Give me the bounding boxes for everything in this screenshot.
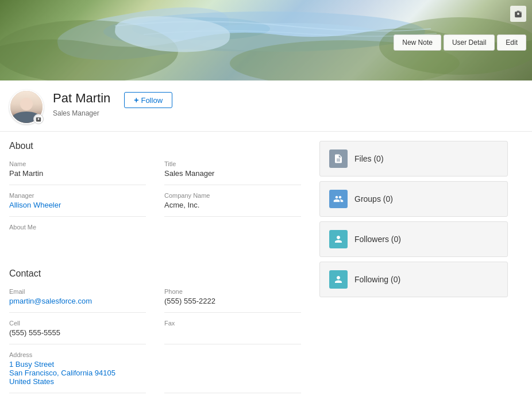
page-wrapper: New Note User Detail Edit Pat Martin + F… bbox=[0, 0, 532, 418]
followers-card[interactable]: Followers (0) bbox=[319, 221, 508, 257]
fax-value bbox=[164, 328, 301, 337]
cell-value: (555) 555-5555 bbox=[9, 328, 146, 337]
following-card[interactable]: Following (0) bbox=[319, 262, 508, 297]
action-bar: New Note User Detail Edit bbox=[394, 34, 526, 51]
groups-svg bbox=[333, 194, 344, 204]
follow-label: Follow bbox=[141, 96, 163, 105]
file-svg bbox=[333, 154, 344, 164]
email-field: Email pmartin@salesforce.com bbox=[9, 288, 146, 313]
about-section-title: About bbox=[9, 141, 301, 151]
followers-label: Followers (0) bbox=[354, 235, 401, 244]
profile-header: Pat Martin + Follow Sales Manager bbox=[0, 80, 532, 132]
email-phone-row: Email pmartin@salesforce.com Phone (555)… bbox=[9, 288, 301, 320]
address-row: Address 1 Busy Street San Francisco, Cal… bbox=[9, 351, 301, 400]
address-field-right bbox=[164, 351, 301, 393]
following-icon bbox=[329, 270, 348, 289]
avatar-camera-button[interactable] bbox=[33, 114, 44, 124]
contact-section-title: Contact bbox=[9, 269, 301, 279]
address-field: Address 1 Busy Street San Francisco, Cal… bbox=[9, 351, 146, 393]
company-value: Acme, Inc. bbox=[164, 201, 301, 209]
files-label: Files (0) bbox=[354, 154, 384, 163]
name-label: Name bbox=[9, 160, 146, 167]
manager-label: Manager bbox=[9, 192, 146, 199]
main-content: About Name Pat Martin Title Sales Manage… bbox=[0, 132, 532, 409]
email-value[interactable]: pmartin@salesforce.com bbox=[9, 297, 92, 305]
profile-name: Pat Martin bbox=[53, 91, 110, 106]
address-line2[interactable]: San Francisco, California 94105 bbox=[9, 369, 146, 377]
followers-svg bbox=[333, 234, 344, 244]
fax-label: Fax bbox=[164, 320, 301, 327]
groups-icon bbox=[329, 190, 348, 208]
name-field: Name Pat Martin bbox=[9, 160, 146, 185]
address-line3[interactable]: United States bbox=[9, 377, 146, 386]
cell-field: Cell (555) 555-5555 bbox=[9, 320, 146, 344]
files-card[interactable]: Files (0) bbox=[319, 141, 508, 177]
company-field: Company Name Acme, Inc. bbox=[164, 192, 301, 217]
banner-camera-button[interactable] bbox=[510, 6, 526, 22]
plus-icon: + bbox=[134, 95, 138, 105]
name-title-row: Name Pat Martin Title Sales Manager bbox=[9, 160, 301, 192]
right-panel: Files (0) Groups (0) Followers (0) Follo… bbox=[310, 132, 517, 409]
follow-button[interactable]: + Follow bbox=[124, 92, 172, 108]
manager-value[interactable]: Allison Wheeler bbox=[9, 201, 61, 209]
following-svg bbox=[333, 274, 344, 285]
address-label: Address bbox=[9, 351, 146, 358]
fax-field: Fax bbox=[164, 320, 301, 344]
followers-icon bbox=[329, 230, 348, 248]
following-label: Following (0) bbox=[354, 275, 400, 284]
groups-card[interactable]: Groups (0) bbox=[319, 181, 508, 217]
email-label: Email bbox=[9, 288, 146, 295]
profile-title: Sales Manager bbox=[53, 109, 523, 117]
cell-label: Cell bbox=[9, 320, 146, 327]
new-note-button[interactable]: New Note bbox=[394, 34, 441, 51]
about-section: About Name Pat Martin Title Sales Manage… bbox=[9, 141, 301, 255]
about-me-field: About Me bbox=[9, 224, 301, 248]
company-label: Company Name bbox=[164, 192, 301, 199]
contact-section: Contact Email pmartin@salesforce.com Pho… bbox=[9, 269, 301, 400]
banner: New Note User Detail Edit bbox=[0, 0, 532, 80]
phone-field: Phone (555) 555-2222 bbox=[164, 288, 301, 313]
left-panel: About Name Pat Martin Title Sales Manage… bbox=[0, 132, 310, 409]
about-me-row: About Me bbox=[9, 224, 301, 255]
title-label: Title bbox=[164, 160, 301, 167]
about-me-value bbox=[9, 232, 301, 241]
manager-company-row: Manager Allison Wheeler Company Name Acm… bbox=[9, 192, 301, 224]
title-value: Sales Manager bbox=[164, 169, 301, 178]
user-detail-button[interactable]: User Detail bbox=[444, 34, 495, 51]
manager-field: Manager Allison Wheeler bbox=[9, 192, 146, 217]
edit-button[interactable]: Edit bbox=[497, 34, 526, 51]
phone-label: Phone bbox=[164, 288, 301, 295]
about-me-label: About Me bbox=[9, 224, 301, 231]
avatar-wrap bbox=[9, 90, 44, 124]
phone-value: (555) 555-2222 bbox=[164, 297, 301, 305]
files-icon bbox=[329, 149, 348, 168]
profile-info: Pat Martin + Follow Sales Manager bbox=[53, 90, 523, 117]
cell-fax-row: Cell (555) 555-5555 Fax bbox=[9, 320, 301, 351]
name-value: Pat Martin bbox=[9, 169, 146, 178]
groups-label: Groups (0) bbox=[354, 194, 393, 204]
title-field: Title Sales Manager bbox=[164, 160, 301, 185]
address-line1[interactable]: 1 Busy Street bbox=[9, 360, 146, 369]
